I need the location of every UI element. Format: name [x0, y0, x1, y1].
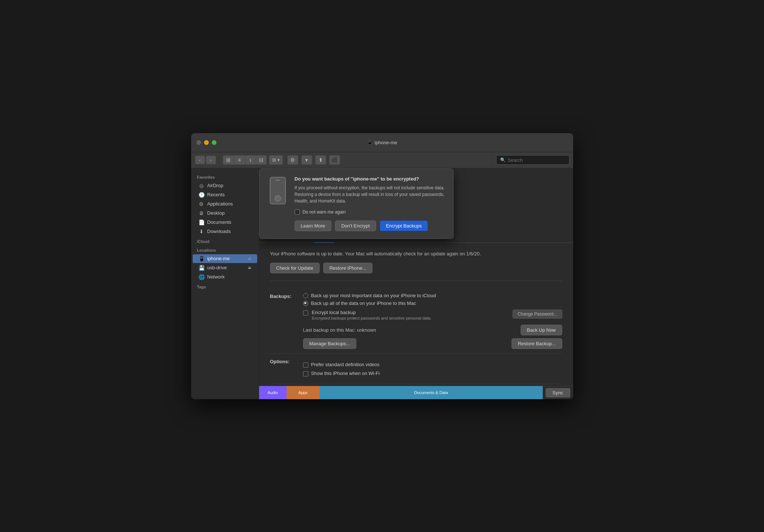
mac-backup-radio[interactable] — [303, 301, 308, 306]
storage-bar: Audio Apps Documents & Data — [259, 386, 543, 399]
sidebar-item-iphone[interactable]: 📱 iphone-me ⏏ — [193, 254, 257, 263]
restore-iphone-button[interactable]: Restore iPhone... — [323, 263, 372, 273]
favorites-section-label: Favorites — [191, 172, 259, 181]
applications-label: Applications — [207, 201, 233, 207]
backups-section: Backups: Back up your most important dat… — [270, 288, 562, 354]
nav-buttons: ‹ › — [195, 156, 216, 164]
airdrop-label: AirDrop — [207, 183, 223, 188]
documents-icon: 📄 — [199, 219, 204, 225]
encrypt-sublabel: Encrypted backups protect passwords and … — [312, 316, 509, 320]
desktop-label: Desktop — [207, 210, 225, 216]
right-panel: Do you want backups of "iphone-me" to be… — [259, 168, 573, 399]
sidebar-item-applications[interactable]: ⚙ Applications — [193, 200, 257, 208]
gallery-view-button[interactable]: ⊟ — [256, 155, 267, 165]
icloud-backup-row: Back up your most important data on your… — [303, 293, 562, 298]
learn-more-button[interactable]: Learn More — [295, 221, 331, 231]
encrypt-row: Encrypt local backup Encrypted backups p… — [303, 310, 562, 320]
do-not-warn-checkbox[interactable] — [295, 209, 300, 215]
sidebar-item-usb[interactable]: 💾 usb-drive ⏏ — [193, 263, 257, 272]
dialog-title: Do you want backups of "iphone-me" to be… — [295, 176, 446, 182]
icon-view-button[interactable]: ⊞ — [223, 155, 234, 165]
encrypt-checkbox[interactable] — [303, 310, 308, 316]
update-buttons: Check for Update Restore iPhone... — [270, 263, 562, 273]
option1-row: Prefer standard definition videos — [303, 362, 562, 368]
sidebar: Favorites ◎ AirDrop 🕐 Recents ⚙ Applicat… — [191, 168, 259, 399]
search-icon: 🔍 — [500, 157, 506, 163]
forward-button[interactable]: › — [206, 156, 216, 164]
back-up-now-button[interactable]: Back Up Now — [521, 325, 562, 335]
usb-eject-icon[interactable]: ⏏ — [248, 265, 251, 270]
back-button[interactable]: ‹ — [195, 156, 205, 164]
dialog-buttons: Learn More Don't Encrypt Encrypt Backups — [295, 221, 446, 231]
phone-silhouette — [270, 177, 286, 204]
recents-label: Recents — [207, 192, 225, 197]
change-password-button[interactable]: Change Password... — [513, 310, 562, 318]
documents-label: Documents — [207, 219, 232, 225]
maximize-button[interactable] — [212, 140, 217, 145]
network-icon: 🌐 — [199, 274, 204, 280]
view-dropdown-button[interactable]: ⊞ ▾ — [269, 155, 283, 165]
sidebar-item-network[interactable]: 🌐 Network — [193, 273, 257, 281]
bottom-bar: Audio Apps Documents & Data Sync — [259, 386, 573, 399]
backup-info-row: Last backup on this Mac: unknown Back Up… — [303, 325, 562, 335]
check-update-button[interactable]: Check for Update — [270, 263, 320, 273]
dialog-wrapper: Do you want backups of "iphone-me" to be… — [259, 168, 573, 239]
dialog-body: If you proceed without encryption, the b… — [295, 185, 446, 204]
traffic-lights — [196, 140, 217, 145]
dont-encrypt-button[interactable]: Don't Encrypt — [335, 221, 376, 231]
toolbar: ‹ › ⊞ ≡ ⫾ ⊟ ⊞ ▾ ⚙ ▾ ⬆ ⬛ 🔍 — [191, 152, 573, 168]
icloud-backup-radio[interactable] — [303, 293, 308, 298]
sidebar-item-downloads[interactable]: ⬇ Downloads — [193, 227, 257, 236]
mac-backup-label: Back up all of the data on your iPhone t… — [311, 300, 416, 306]
sidebar-item-recents[interactable]: 🕐 Recents — [193, 190, 257, 199]
icloud-section-label: iCloud — [191, 236, 259, 245]
view-dropdown-arrow: ▾ — [277, 157, 280, 163]
manage-backups-button[interactable]: Manage Backups... — [303, 338, 356, 349]
minimize-button[interactable] — [204, 140, 209, 145]
last-backup-text: Last backup on this Mac: unknown — [303, 327, 376, 333]
restore-backup-button[interactable]: Restore Backup... — [512, 338, 562, 349]
right-panel-inner: Do you want backups of "iphone-me" to be… — [259, 168, 573, 399]
dialog-phone-graphic — [267, 176, 289, 205]
action-dropdown-button[interactable]: ▾ — [301, 155, 312, 165]
dialog-checkbox-row: Do not warn me again — [295, 209, 446, 215]
search-input[interactable] — [508, 157, 565, 163]
sidebar-item-airdrop[interactable]: ◎ AirDrop — [193, 181, 257, 190]
phone-title-icon: 📱 — [367, 140, 372, 145]
sync-button[interactable]: Sync — [546, 388, 570, 397]
search-bar: 🔍 — [496, 155, 570, 165]
titlebar: 📱 iphone-me — [191, 133, 573, 152]
share-button[interactable]: ⬆ — [315, 155, 326, 165]
mac-backup-row: Back up all of the data on your iPhone t… — [303, 300, 562, 306]
encrypt-label: Encrypt local backup — [312, 310, 509, 315]
update-section: Your iPhone software is up to date. Your… — [270, 250, 562, 281]
close-button[interactable] — [196, 140, 201, 145]
desktop-icon: 🖥 — [199, 210, 204, 216]
content-area: Your iPhone software is up to date. Your… — [259, 243, 573, 386]
sidebar-item-documents[interactable]: 📄 Documents — [193, 218, 257, 227]
backups-content: Back up your most important data on your… — [303, 293, 562, 349]
applications-icon: ⚙ — [199, 201, 204, 207]
locations-section-label: Locations — [191, 245, 259, 254]
do-not-warn-label: Do not warn me again — [303, 209, 346, 215]
option2-checkbox[interactable] — [303, 371, 308, 376]
options-content: Prefer standard definition videos Show t… — [303, 362, 562, 379]
option1-checkbox[interactable] — [303, 362, 308, 368]
column-view-button[interactable]: ⫾ — [245, 155, 256, 165]
main-content: Favorites ◎ AirDrop 🕐 Recents ⚙ Applicat… — [191, 168, 573, 399]
action-button[interactable]: ⚙ — [287, 155, 298, 165]
usb-icon: 💾 — [199, 265, 204, 271]
finder-window: 📱 iphone-me ‹ › ⊞ ≡ ⫾ ⊟ ⊞ ▾ ⚙ ▾ ⬆ ⬛ 🔍 — [191, 133, 573, 399]
tag-button[interactable]: ⬛ — [329, 155, 340, 165]
downloads-icon: ⬇ — [199, 229, 204, 234]
list-view-button[interactable]: ≡ — [234, 155, 245, 165]
encrypt-backups-button[interactable]: Encrypt Backups — [380, 221, 428, 231]
view-dropdown-icon: ⊞ — [272, 157, 276, 163]
docs-segment: Documents & Data — [320, 386, 543, 399]
usb-label: usb-drive — [207, 265, 227, 270]
backup-manage-row: Manage Backups... Restore Backup... — [303, 338, 562, 349]
option1-label: Prefer standard definition videos — [311, 362, 379, 367]
recents-icon: 🕐 — [199, 192, 204, 198]
iphone-eject-icon[interactable]: ⏏ — [248, 256, 251, 261]
sidebar-item-desktop[interactable]: 🖥 Desktop — [193, 209, 257, 218]
